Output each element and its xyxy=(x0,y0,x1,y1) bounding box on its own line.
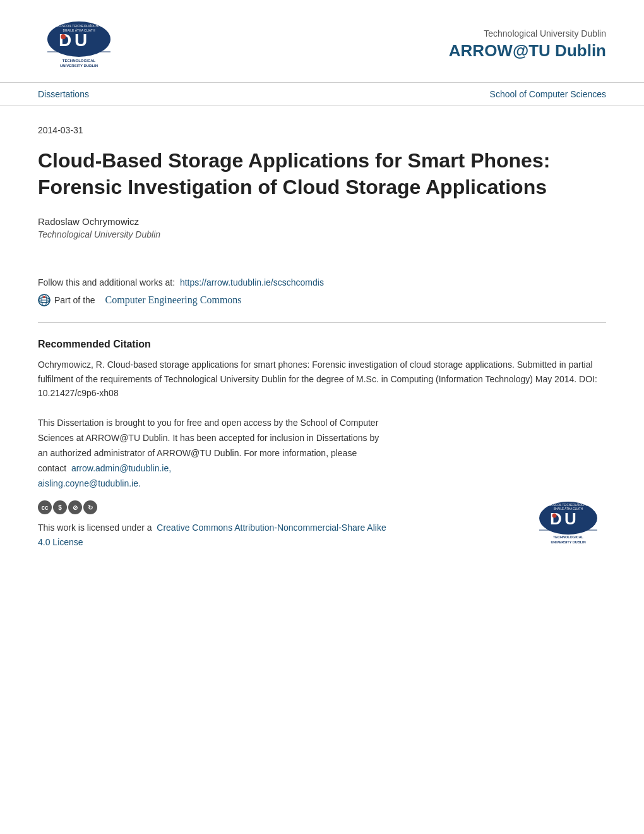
school-link[interactable]: School of Computer Sciences xyxy=(490,89,606,99)
arrow-label: ARROW@TU Dublin xyxy=(449,41,606,61)
cc-icon-by: $ xyxy=(53,500,67,514)
svg-text:TECHNOLOGICAL: TECHNOLOGICAL xyxy=(553,535,584,539)
bottom-section: This Dissertation is brought to you for … xyxy=(38,416,606,549)
svg-text:BHAILE ÁTHA CLIATH: BHAILE ÁTHA CLIATH xyxy=(554,507,583,511)
contact-link-2[interactable]: aisling.coyne@tudublin.ie. xyxy=(38,478,141,488)
svg-text:UNIVERSITY DUBLIN: UNIVERSITY DUBLIN xyxy=(551,540,585,544)
svg-text:OLLSCOIL TEICNEOLAÍOCHTA: OLLSCOIL TEICNEOLAÍOCHTA xyxy=(547,503,588,507)
license-text: This work is licensed under a Creative C… xyxy=(38,521,391,549)
tu-dublin-logo-bottom: D U OLLSCOIL TEICNEOLAÍOCHTA BHAILE ÁTHA… xyxy=(530,499,606,547)
svg-point-14 xyxy=(43,296,45,298)
svg-text:BHAILE ÁTHA CLIATH: BHAILE ÁTHA CLIATH xyxy=(63,28,95,32)
svg-text:OLLSCOIL TEICNEOLAÍOCHTA: OLLSCOIL TEICNEOLAÍOCHTA xyxy=(56,24,102,28)
author-name: Radoslaw Ochrymowicz xyxy=(38,216,606,227)
citation-text: Ochrymowicz, R. Cloud-based storage appl… xyxy=(38,358,606,400)
bottom-logo-container: D U OLLSCOIL TEICNEOLAÍOCHTA BHAILE ÁTHA… xyxy=(530,499,606,549)
follow-link[interactable]: https://arrow.tudublin.ie/scschcomdis xyxy=(180,277,324,287)
svg-text:D: D xyxy=(550,509,562,528)
paper-title: Cloud-Based Storage Applications for Sma… xyxy=(38,148,606,200)
commons-planet-icon xyxy=(38,294,51,306)
part-of-line: Part of the Computer Engineering Commons xyxy=(38,294,606,306)
svg-text:TECHNOLOGICAL: TECHNOLOGICAL xyxy=(63,59,96,63)
section-divider-1 xyxy=(38,322,606,323)
open-access-text: This Dissertation is brought to you for … xyxy=(38,416,385,491)
header-right: Technological University Dublin ARROW@TU… xyxy=(449,28,606,61)
bottom-left: This Dissertation is brought to you for … xyxy=(38,416,391,549)
nav-bar: Dissertations School of Computer Science… xyxy=(0,82,644,106)
follow-text: Follow this and additional works at: htt… xyxy=(38,277,606,287)
svg-text:U: U xyxy=(564,509,576,528)
logo-area: D U OLLSCOIL TEICNEOLAÍOCHTA BHAILE ÁTHA… xyxy=(38,19,120,70)
cc-icon-sa: ↻ xyxy=(83,500,97,514)
author-affiliation: Technological University Dublin xyxy=(38,229,606,239)
main-content: 2014-03-31 Cloud-Based Storage Applicati… xyxy=(0,112,644,562)
cc-icon-nc: ⊘ xyxy=(68,500,82,514)
follow-section: Follow this and additional works at: htt… xyxy=(38,277,606,306)
citation-heading: Recommended Citation xyxy=(38,339,606,350)
part-of-text: Part of the xyxy=(54,295,95,305)
tu-dublin-logo: D U OLLSCOIL TEICNEOLAÍOCHTA BHAILE ÁTHA… xyxy=(38,19,120,70)
svg-text:D: D xyxy=(59,30,71,50)
cc-icon-cc: cc xyxy=(38,500,52,514)
contact-link-1[interactable]: arrow.admin@tudublin.ie, xyxy=(71,463,171,473)
paper-date: 2014-03-31 xyxy=(38,125,606,135)
part-of-link[interactable]: Computer Engineering Commons xyxy=(105,294,242,306)
follow-label: Follow this and additional works at: xyxy=(38,277,175,287)
cc-icons: cc $ ⊘ ↻ xyxy=(38,500,97,514)
cc-badge: cc $ ⊘ ↻ xyxy=(38,500,391,514)
svg-text:UNIVERSITY DUBLIN: UNIVERSITY DUBLIN xyxy=(60,64,98,68)
institution-label: Technological University Dublin xyxy=(449,28,606,39)
dissertations-link[interactable]: Dissertations xyxy=(38,89,89,99)
page-wrapper: D U OLLSCOIL TEICNEOLAÍOCHTA BHAILE ÁTHA… xyxy=(0,0,644,834)
svg-point-21 xyxy=(552,514,557,518)
header: D U OLLSCOIL TEICNEOLAÍOCHTA BHAILE ÁTHA… xyxy=(0,0,644,82)
svg-point-6 xyxy=(61,34,66,39)
svg-text:U: U xyxy=(75,30,87,50)
license-prefix: This work is licensed under a xyxy=(38,523,152,533)
